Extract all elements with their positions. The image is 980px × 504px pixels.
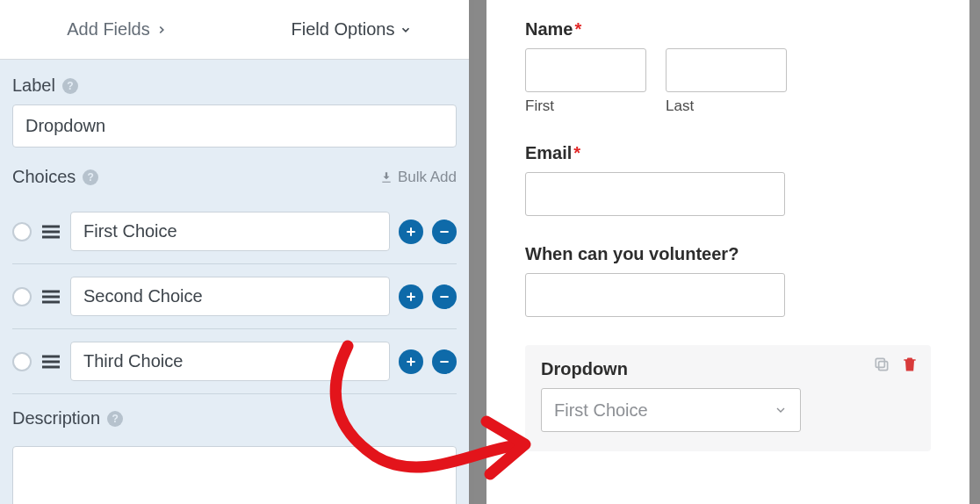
- remove-choice-button[interactable]: [432, 220, 457, 244]
- help-icon[interactable]: ?: [62, 78, 78, 94]
- preview-field-email: Email*: [525, 143, 931, 216]
- required-mark: *: [574, 19, 581, 39]
- last-sublabel: Last: [666, 97, 787, 115]
- default-radio[interactable]: [12, 287, 32, 306]
- description-input[interactable]: [12, 446, 457, 504]
- first-sublabel: First: [525, 97, 646, 115]
- add-choice-button[interactable]: [399, 284, 423, 309]
- last-name-input[interactable]: [666, 48, 787, 92]
- help-icon[interactable]: ?: [83, 169, 98, 185]
- choice-input[interactable]: [70, 277, 390, 316]
- default-radio[interactable]: [12, 352, 32, 371]
- bulk-add-button[interactable]: Bulk Add: [380, 169, 457, 186]
- tab-add-fields[interactable]: Add Fields: [0, 0, 234, 59]
- choice-input[interactable]: [70, 342, 390, 381]
- tab-label: Add Fields: [67, 19, 150, 40]
- dropdown-select[interactable]: First Choice: [541, 388, 801, 432]
- add-choice-button[interactable]: [399, 349, 423, 374]
- field-label-text: Dropdown: [541, 359, 628, 378]
- default-radio[interactable]: [12, 222, 32, 241]
- chevron-right-icon: [155, 24, 168, 36]
- volunteer-input[interactable]: [525, 273, 785, 317]
- tab-field-options[interactable]: Field Options: [234, 0, 469, 59]
- tab-label: Field Options: [292, 19, 395, 40]
- preview-area: Name* First Last Email*: [474, 0, 980, 504]
- preview-field-volunteer: When can you volunteer?: [525, 244, 931, 317]
- remove-choice-button[interactable]: [432, 349, 457, 374]
- choice-row: [12, 329, 457, 394]
- field-label-text: Name: [525, 19, 573, 39]
- required-mark: *: [573, 143, 580, 162]
- first-name-input[interactable]: [525, 48, 646, 92]
- drag-handle-icon[interactable]: [40, 288, 61, 306]
- drag-handle-icon[interactable]: [40, 353, 61, 371]
- preview-field-dropdown[interactable]: Dropdown First Choice: [525, 345, 931, 451]
- label-heading: Label: [12, 76, 55, 96]
- svg-rect-19: [876, 358, 884, 367]
- choice-row: [12, 264, 457, 329]
- email-input[interactable]: [525, 172, 785, 216]
- field-label-input[interactable]: [12, 104, 457, 148]
- choices-heading: Choices: [12, 167, 76, 187]
- choice-input[interactable]: [70, 212, 390, 251]
- drag-handle-icon[interactable]: [40, 223, 61, 241]
- select-value: First Choice: [554, 400, 648, 421]
- field-label-text: Email: [525, 143, 572, 162]
- sidebar-panel: Add Fields Field Options Label ? Choices…: [0, 0, 474, 504]
- bulk-add-label: Bulk Add: [398, 169, 457, 186]
- chevron-down-icon: [400, 24, 412, 36]
- duplicate-icon[interactable]: [873, 356, 890, 373]
- preview-field-name: Name* First Last: [525, 19, 931, 115]
- trash-icon[interactable]: [901, 356, 919, 373]
- remove-choice-button[interactable]: [432, 284, 457, 309]
- field-label-text: When can you volunteer?: [525, 244, 739, 263]
- svg-rect-18: [879, 362, 888, 371]
- add-choice-button[interactable]: [399, 220, 423, 244]
- help-icon[interactable]: ?: [107, 411, 123, 427]
- description-heading: Description: [12, 408, 100, 428]
- chevron-down-icon: [774, 403, 788, 417]
- choice-row: [12, 199, 457, 264]
- download-icon: [380, 171, 393, 184]
